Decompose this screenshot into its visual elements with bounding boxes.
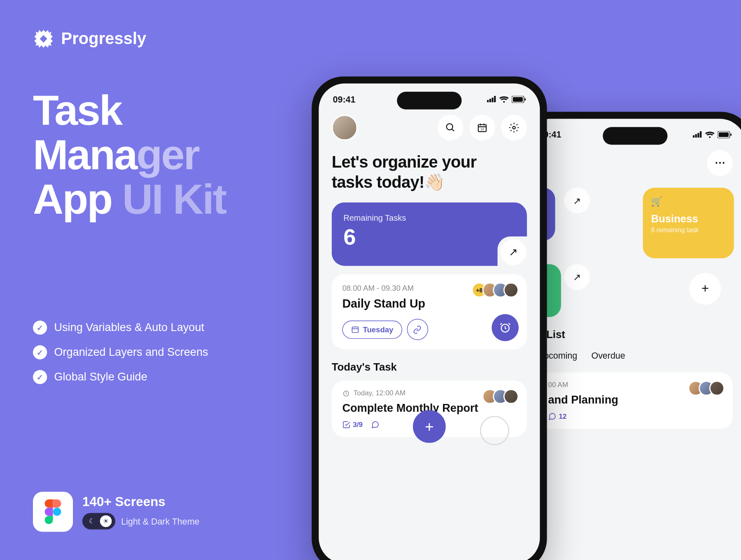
- svg-rect-2: [489, 99, 491, 103]
- add-fab[interactable]: +: [413, 410, 446, 443]
- phone-mockup-2: 09:41 ⋯ ↗ ↗ 🛒 Busine: [517, 112, 741, 560]
- todays-task-heading: Today's Task: [332, 361, 527, 373]
- alarm-button[interactable]: [492, 314, 519, 341]
- category-grid: ↗ ↗ 🛒 Business 8 remaining task +: [538, 188, 733, 323]
- svg-rect-26: [730, 133, 732, 136]
- brand-name: Progressly: [61, 29, 147, 48]
- headline-line3: App UI Kit: [33, 177, 226, 222]
- footer-kit: 140+ Screens ☾ ☀ Light & Dark Theme: [33, 492, 199, 532]
- task-list-heading: k List: [538, 329, 733, 341]
- screens-info: 140+ Screens ☾ ☀ Light & Dark Theme: [82, 494, 199, 530]
- business-sub: 8 remaining task: [651, 226, 725, 233]
- svg-point-15: [513, 126, 515, 129]
- figma-icon: [45, 499, 61, 524]
- svg-rect-16: [352, 327, 358, 332]
- category-card-business[interactable]: 🛒 Business 8 remaining task: [643, 188, 734, 258]
- svg-rect-6: [513, 97, 523, 101]
- check-icon: ✓: [33, 321, 47, 335]
- remaining-tasks-card[interactable]: Remaining Tasks 6 ↗: [332, 203, 527, 266]
- wave-emoji: 👋🏻: [424, 172, 445, 192]
- standup-title: Daily Stand Up: [342, 297, 516, 311]
- link-chip[interactable]: [407, 319, 428, 340]
- feature-item: ✓Global Style Guide: [33, 370, 208, 384]
- tab-overdue[interactable]: Overdue: [591, 350, 625, 360]
- arrow-icon[interactable]: ↗: [564, 188, 590, 214]
- notch: [603, 127, 667, 145]
- theme-label: Light & Dark Theme: [121, 516, 199, 526]
- settings-button[interactable]: [501, 115, 527, 141]
- search-button[interactable]: [438, 115, 464, 141]
- svg-rect-21: [695, 134, 697, 138]
- tabs: Upcoming Overdue: [538, 350, 733, 360]
- phone-mockup-1: 09:41 12 Let's organize you: [312, 77, 547, 560]
- feature-item: ✓Organized Layers and Screens: [33, 345, 208, 359]
- calendar-button[interactable]: 12: [469, 115, 495, 141]
- standup-card[interactable]: 08.00 AM - 09.30 AM +8 Daily Stand Up Tu…: [332, 274, 527, 350]
- task-avatars: [693, 380, 725, 396]
- business-title: Business: [651, 213, 725, 225]
- clock-icon: [342, 389, 350, 397]
- remaining-label: Remaining Tasks: [343, 213, 515, 222]
- feature-list: ✓Using Variables & Auto Layout ✓Organize…: [33, 321, 208, 384]
- attendee-avatars: +8: [472, 282, 519, 298]
- theme-row: ☾ ☀ Light & Dark Theme: [82, 513, 199, 530]
- today-avatars: [487, 389, 519, 404]
- brand-row: Progressly: [33, 28, 146, 49]
- signal-icon: [693, 131, 702, 138]
- screens-count: 140+ Screens: [82, 494, 199, 509]
- attendee-avatar: [709, 380, 725, 396]
- attendee-avatar: [503, 282, 519, 298]
- wifi-icon: [705, 131, 715, 138]
- figma-tile: [33, 492, 73, 532]
- svg-rect-7: [524, 98, 526, 100]
- svg-rect-1: [487, 100, 489, 103]
- brand-logo-icon: [33, 28, 54, 49]
- attendee-avatar: [503, 389, 519, 404]
- check-icon: ✓: [33, 370, 47, 384]
- remaining-arrow-notch: ↗: [498, 237, 529, 268]
- today-task-card[interactable]: Today, 12:00 AM Complete Monthly Report …: [332, 381, 527, 437]
- feature-item: ✓Using Variables & Auto Layout: [33, 321, 208, 335]
- svg-text:12: 12: [480, 127, 484, 131]
- comments-icon: [371, 421, 379, 429]
- sun-icon: ☀: [100, 515, 112, 527]
- battery-icon: [718, 131, 732, 138]
- battery-icon: [512, 96, 526, 103]
- greeting: Let's organize your tasks today!👋🏻: [332, 152, 527, 192]
- svg-rect-20: [693, 135, 694, 138]
- svg-rect-23: [700, 131, 701, 138]
- status-time: 09:41: [333, 94, 356, 104]
- wifi-icon: [499, 96, 509, 103]
- headline-line1: Task: [33, 88, 226, 133]
- more-button[interactable]: ⋯: [707, 150, 733, 176]
- comments-count: 12: [548, 412, 566, 420]
- svg-rect-22: [697, 133, 699, 138]
- svg-rect-3: [492, 98, 493, 102]
- check-icon: ✓: [33, 345, 47, 359]
- cart-icon: 🛒: [651, 196, 725, 207]
- moon-icon: ☾: [86, 515, 98, 527]
- user-avatar[interactable]: [332, 115, 358, 141]
- subtask-progress: 3/9: [342, 421, 363, 429]
- svg-rect-25: [719, 132, 729, 137]
- progress-ring: [480, 416, 509, 445]
- theme-toggle[interactable]: ☾ ☀: [82, 513, 115, 530]
- svg-line-9: [452, 129, 454, 131]
- signal-icon: [487, 96, 496, 103]
- headline-line2: Manager: [33, 133, 226, 177]
- svg-point-8: [447, 124, 453, 130]
- headline: Task Manager App UI Kit: [33, 88, 226, 222]
- remaining-count: 6: [343, 225, 515, 250]
- notch: [397, 92, 461, 110]
- arrow-icon[interactable]: ↗: [564, 264, 590, 290]
- task-card[interactable]: 00 AM and Planning 12: [538, 372, 733, 429]
- svg-rect-4: [494, 96, 496, 103]
- day-chip[interactable]: Tuesday: [342, 320, 402, 338]
- add-category-button[interactable]: +: [689, 273, 721, 305]
- arrow-icon[interactable]: ↗: [501, 240, 527, 266]
